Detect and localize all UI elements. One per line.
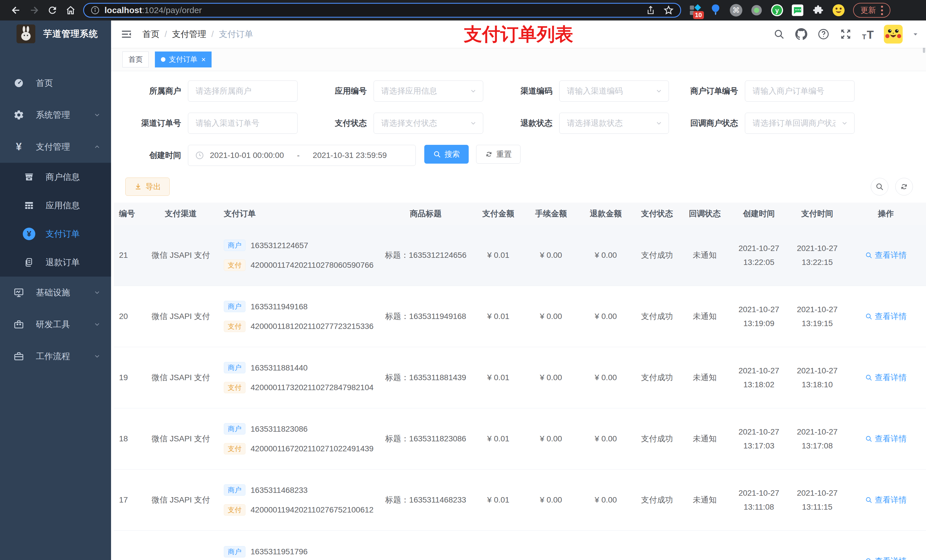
search-icon — [865, 557, 873, 560]
export-button[interactable]: 导出 — [125, 178, 170, 196]
extensions-row: 10 ⌘ y — [688, 4, 845, 17]
browser-menu-icon[interactable] — [881, 6, 883, 15]
shop-icon — [23, 172, 35, 182]
pay-status-select[interactable] — [374, 113, 483, 134]
cell-fee-amount: ¥ 0.00 — [524, 433, 578, 445]
extensions-puzzle-button[interactable] — [811, 4, 825, 17]
extension-balloon-icon[interactable] — [709, 4, 722, 17]
emoji-avatar-icon — [832, 4, 845, 17]
sidebar-item-payment[interactable]: ¥ 支付管理 — [0, 131, 111, 163]
navbar-actions: TT — [773, 25, 918, 44]
merchant-order-input[interactable] — [745, 80, 855, 101]
browser-profile-avatar[interactable] — [832, 4, 845, 17]
briefcase-icon — [12, 351, 25, 362]
view-detail-link[interactable]: 查看详情 — [865, 433, 906, 445]
cell-actions: 查看详情 — [846, 555, 926, 560]
site-info-icon[interactable] — [90, 5, 100, 15]
cell-notify-status: 未通知 — [681, 371, 729, 383]
browser-reload-button[interactable] — [43, 1, 62, 20]
channel-order-input[interactable] — [188, 113, 298, 134]
breadcrumb-home[interactable]: 首页 — [142, 29, 159, 40]
sidebar-item-refund-order[interactable]: 退款订单 — [0, 248, 111, 276]
extension-command-icon[interactable]: ⌘ — [729, 4, 743, 17]
tag-home[interactable]: 首页 — [123, 51, 149, 68]
cell-fee-amount: ¥ 0.00 — [524, 249, 578, 261]
notify-status-select[interactable] — [745, 113, 855, 134]
sidebar-item-workflow[interactable]: 工作流程 — [0, 340, 111, 372]
avatar-caret-icon[interactable] — [912, 31, 918, 37]
clock-icon — [195, 151, 204, 160]
merchant-order-no: 1635312124657 — [251, 239, 308, 252]
tag-close-icon[interactable]: × — [201, 56, 206, 63]
sidebar-item-pay-order[interactable]: ¥ 支付订单 — [0, 220, 111, 248]
column-header: 编号 — [114, 207, 139, 220]
toggle-search-button[interactable] — [871, 178, 888, 195]
home-icon — [65, 5, 76, 16]
view-detail-link[interactable]: 查看详情 — [865, 555, 906, 560]
sidebar-item-label: 基础设施 — [36, 287, 70, 299]
merchant-tag: 商户 — [224, 240, 245, 251]
url-text: localhost:1024/pay/order — [104, 5, 202, 15]
view-detail-link[interactable]: 查看详情 — [865, 249, 906, 261]
fullscreen-button[interactable] — [840, 28, 852, 41]
browser-home-button[interactable] — [62, 1, 80, 20]
breadcrumb-payment[interactable]: 支付管理 — [172, 29, 206, 40]
channel-code-select[interactable] — [559, 80, 669, 101]
sidebar-item-label: 首页 — [36, 77, 53, 89]
browser-update-button[interactable]: 更新 — [853, 3, 890, 18]
sidebar-item-dev-tools[interactable]: 研发工具 — [0, 308, 111, 340]
view-detail-link[interactable]: 查看详情 — [865, 310, 906, 322]
browser-forward-button[interactable] — [25, 1, 43, 20]
extension-chat-icon[interactable] — [791, 4, 804, 17]
sidebar-item-merchant-info[interactable]: 商户信息 — [0, 163, 111, 191]
column-header: 支付时间 — [789, 207, 846, 220]
browser-back-button[interactable] — [7, 1, 25, 20]
share-icon[interactable] — [646, 5, 656, 15]
reset-button[interactable]: 重置 — [476, 145, 520, 164]
extension-y-icon[interactable]: y — [770, 4, 784, 17]
font-size-button[interactable]: TT — [862, 28, 874, 41]
app-select[interactable] — [374, 80, 483, 101]
help-doc-button[interactable] — [817, 28, 830, 41]
cell-pay-amount: ¥ 0.01 — [473, 310, 524, 322]
tag-pay-order[interactable]: 支付订单 × — [155, 51, 212, 68]
extension-record-icon[interactable] — [750, 4, 763, 17]
filter-label: 渠道订单号 — [123, 118, 188, 128]
sidebar-logo[interactable]: 芋道管理系统 — [0, 21, 111, 47]
refund-status-select[interactable] — [559, 113, 669, 134]
sidebar-item-app-info[interactable]: 应用信息 — [0, 191, 111, 220]
cell-pay-status: 支付成功 — [634, 433, 681, 445]
search-button[interactable]: 搜索 — [424, 145, 469, 164]
sidebar-item-home[interactable]: 首页 — [0, 67, 111, 99]
address-bar[interactable]: localhost:1024/pay/order — [83, 3, 681, 18]
cell-product-title: 标题：1635311881439 — [379, 371, 473, 383]
yen-circle-icon: ¥ — [23, 228, 35, 240]
sidebar: 芋道管理系统 首页 系统管理 ¥ 支付管理 — [0, 21, 111, 560]
sidebar-item-infrastructure[interactable]: 基础设施 — [0, 276, 111, 308]
bookmark-star-icon[interactable] — [663, 5, 674, 16]
header-search-button[interactable] — [773, 28, 785, 41]
view-detail-link[interactable]: 查看详情 — [865, 494, 906, 506]
table-row: 17 微信 JSAPI 支付 商户 1635311468233 支付 42000… — [114, 469, 926, 531]
github-link[interactable] — [795, 28, 808, 41]
cell-product-title: 标题：1635311468233 — [379, 494, 473, 506]
page-content: 所属商户 应用编号 渠道编码 商户订单编号 — [111, 71, 926, 560]
column-header: 商品标题 — [379, 207, 473, 220]
view-detail-link[interactable]: 查看详情 — [865, 371, 906, 383]
cell-create-time: 2021-10-2713:17:03 — [729, 426, 789, 452]
user-avatar[interactable] — [884, 25, 903, 44]
cell-refund-amount: ¥ 0.00 — [578, 249, 634, 261]
sidebar-collapse-button[interactable] — [120, 27, 133, 41]
sidebar-item-system[interactable]: 系统管理 — [0, 99, 111, 131]
cell-id: 17 — [114, 494, 139, 506]
cell-notify-status: 未通知 — [681, 249, 729, 261]
search-icon — [865, 252, 873, 259]
extension-grid-icon[interactable]: 10 — [688, 4, 702, 17]
cell-pay-order: 商户 1635311881440 支付 42000011732021102728… — [222, 362, 379, 394]
refresh-table-button[interactable] — [895, 178, 913, 195]
create-time-range-picker[interactable]: 2021-10-01 00:00:00 - 2021-10-31 23:59:5… — [188, 145, 416, 166]
merchant-select[interactable] — [188, 80, 298, 101]
cell-refund-amount: ¥ 0.00 — [578, 433, 634, 445]
sidebar-item-label: 工作流程 — [36, 350, 70, 362]
sidebar-item-label: 商户信息 — [45, 171, 80, 183]
